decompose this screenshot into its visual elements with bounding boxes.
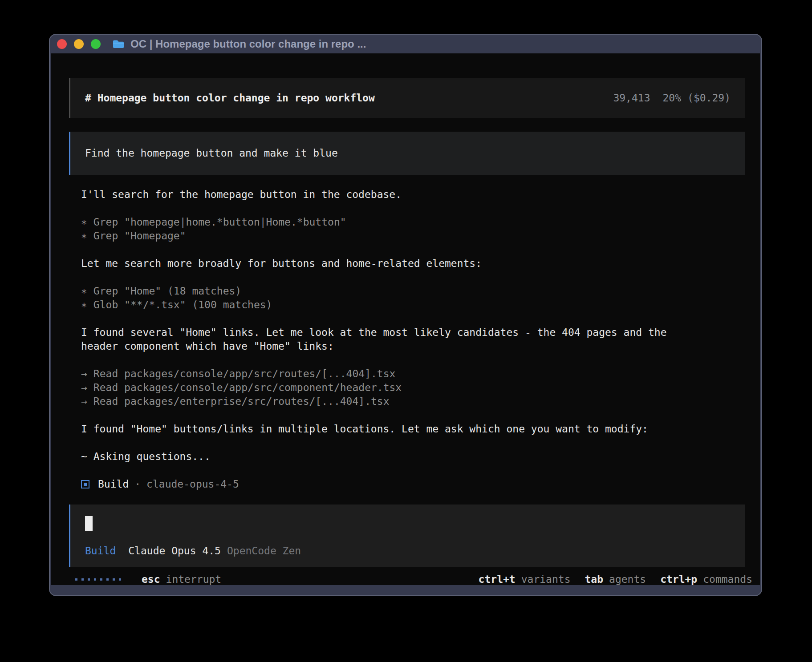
agent-badge: Build · claude-opus-4-5 — [81, 477, 745, 491]
assistant-paragraph: I found "Home" buttons/links in multiple… — [81, 422, 745, 436]
read-file-line: →Read packages/enterprise/src/routes/[..… — [81, 395, 745, 408]
user-message-text: Find the homepage button and make it blu… — [85, 146, 338, 160]
key-hint: ctrl+t variants — [479, 573, 571, 586]
session-title: # Homepage button color change in repo w… — [85, 91, 375, 105]
title-group: OC | Homepage button color change in rep… — [112, 38, 366, 50]
user-message: Find the homepage button and make it blu… — [69, 132, 745, 175]
input-cursor — [85, 516, 93, 531]
arrow-right-icon: → — [81, 368, 87, 379]
status-bar-left: esc interrupt — [75, 573, 221, 586]
maximize-button[interactable] — [91, 39, 101, 49]
arrow-right-icon: → — [81, 396, 87, 407]
asterisk-icon: ∗ — [81, 216, 87, 228]
window-title: OC | Homepage button color change in rep… — [130, 38, 366, 50]
key-hint-key: tab — [585, 573, 603, 586]
tool-call-line: ∗Grep "Home" (18 matches) — [81, 284, 745, 298]
assistant-paragraph: I'll search for the homepage button in t… — [81, 188, 745, 202]
token-count: 39,413 — [613, 92, 650, 104]
agent-icon — [81, 480, 89, 488]
close-button[interactable] — [57, 39, 67, 49]
assistant-paragraph: header component which have "Home" links… — [81, 339, 745, 353]
read-file-label: Read packages/enterprise/src/routes/[...… — [93, 396, 390, 407]
spinner-dot — [94, 578, 96, 581]
session-stats: 39,41320%($0.29) — [613, 91, 731, 105]
status-bar-hints: ctrl+t variants tab agents ctrl+p comman… — [479, 573, 752, 586]
read-file-line: →Read packages/console/app/src/routes/[.… — [81, 367, 745, 381]
esc-key-hint: esc — [142, 573, 160, 586]
key-hint-label: commands — [703, 573, 752, 586]
spinner-dots — [75, 578, 121, 581]
agent-name: Build — [98, 477, 129, 491]
key-hint-label: variants — [521, 573, 571, 586]
assistant-output: I'll search for the homepage button in t… — [81, 188, 745, 491]
key-hint: ctrl+p commands — [660, 573, 752, 586]
tool-call-label: Grep "Home" (18 matches) — [93, 285, 241, 297]
tool-call-line: ∗Grep "homepage|home.*button|Home.*butto… — [81, 215, 745, 229]
key-hint: tab agents — [585, 573, 646, 586]
session-cost: ($0.29) — [687, 92, 731, 104]
titlebar[interactable]: OC | Homepage button color change in rep… — [50, 35, 761, 53]
asterisk-icon: ∗ — [81, 285, 87, 297]
spinner-dot — [88, 578, 90, 581]
key-hint-key: ctrl+p — [660, 573, 697, 586]
model-label[interactable]: Claude Opus 4.5 — [128, 544, 221, 558]
terminal-content: # Homepage button color change in repo w… — [51, 53, 760, 585]
input-status-row: Build Claude Opus 4.5 OpenCode Zen — [85, 544, 731, 558]
assistant-paragraph: Let me search more broadly for buttons a… — [81, 257, 745, 270]
assistant-paragraph: I found several "Home" links. Let me loo… — [81, 326, 745, 339]
asterisk-icon: ∗ — [81, 230, 87, 242]
status-line: ~ Asking questions... — [81, 450, 745, 464]
tool-call-label: Grep "Homepage" — [93, 230, 186, 242]
arrow-right-icon: → — [81, 382, 87, 393]
context-percent: 20% — [663, 92, 682, 104]
spinner-dot — [81, 578, 84, 581]
folder-icon — [112, 39, 125, 49]
minimize-button[interactable] — [74, 39, 84, 49]
status-bar: esc interrupt ctrl+t variants tab agents… — [75, 573, 752, 586]
read-file-line: →Read packages/console/app/src/component… — [81, 381, 745, 395]
spinner-dot — [75, 578, 77, 581]
agent-model: claude-opus-4-5 — [146, 477, 239, 491]
read-file-label: Read packages/console/app/src/component/… — [93, 382, 402, 393]
spinner-dot — [100, 578, 102, 581]
terminal-window: OC | Homepage button color change in rep… — [49, 34, 762, 596]
window-controls — [57, 39, 101, 49]
esc-key-label: interrupt — [166, 573, 222, 586]
mode-label[interactable]: Build — [85, 544, 116, 558]
session-header: # Homepage button color change in repo w… — [69, 78, 745, 118]
spinner-dot — [106, 578, 109, 581]
prompt-input[interactable]: Build Claude Opus 4.5 OpenCode Zen — [69, 505, 745, 567]
key-hint-key: ctrl+t — [479, 573, 516, 586]
asterisk-icon: ∗ — [81, 299, 87, 311]
agent-separator: · — [134, 477, 141, 491]
provider-label: OpenCode Zen — [227, 544, 301, 558]
spinner-dot — [113, 578, 115, 581]
tool-call-line: ∗Grep "Homepage" — [81, 229, 745, 243]
spinner-dot — [119, 578, 121, 581]
tool-call-label: Glob "**/*.tsx" (100 matches) — [93, 299, 272, 311]
key-hint-label: agents — [609, 573, 646, 586]
tool-call-line: ∗Glob "**/*.tsx" (100 matches) — [81, 298, 745, 312]
tool-call-label: Grep "homepage|home.*button|Home.*button… — [93, 216, 346, 228]
read-file-label: Read packages/console/app/src/routes/[..… — [93, 368, 396, 379]
